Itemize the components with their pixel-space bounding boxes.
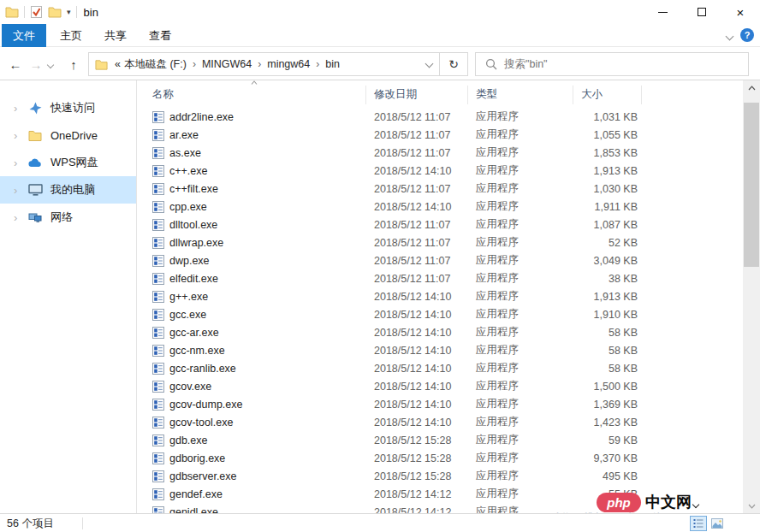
tab-share[interactable]: 共享: [94, 24, 137, 47]
breadcrumb-item-bin[interactable]: bin: [324, 58, 341, 70]
file-row[interactable]: c++filt.exe 2018/5/12 11:07 应用程序 1,030 K…: [137, 180, 743, 198]
file-date-modified: 2018/5/12 11:07: [366, 147, 468, 159]
file-size: 1,913 KB: [573, 291, 642, 303]
scrollbar-thumb[interactable]: [744, 103, 759, 267]
maximize-button[interactable]: [682, 0, 721, 24]
computer-icon: [27, 184, 43, 196]
file-date-modified: 2018/5/12 14:10: [366, 201, 468, 213]
file-type: 应用程序: [468, 271, 573, 286]
file-row[interactable]: dlltool.exe 2018/5/12 11:07 应用程序 1,087 K…: [137, 216, 743, 233]
file-name: gdbserver.exe: [169, 470, 237, 482]
breadcrumb-item-mingw64-upper[interactable]: MINGW64: [200, 58, 253, 70]
file-type: 应用程序: [468, 379, 573, 393]
thumbnails-view-button[interactable]: [710, 517, 725, 530]
file-row[interactable]: gcc.exe 2018/5/12 14:10 应用程序 1,910 KB: [137, 305, 743, 323]
file-name: gcov-tool.exe: [169, 417, 233, 429]
file-type: 应用程序: [468, 433, 573, 447]
new-folder-icon[interactable]: [48, 6, 62, 18]
file-row[interactable]: gdb.exe 2018/5/12 15:28 应用程序 59 KB: [137, 431, 743, 449]
tab-home[interactable]: 主页: [50, 24, 92, 47]
file-row[interactable]: as.exe 2018/5/12 11:07 应用程序 1,853 KB: [137, 144, 743, 162]
file-row[interactable]: cpp.exe 2018/5/12 14:10 应用程序 1,911 KB: [137, 198, 743, 216]
file-row[interactable]: gdborig.exe 2018/5/12 15:28 应用程序 9,370 K…: [137, 449, 743, 467]
tab-file[interactable]: 文件: [2, 24, 46, 47]
minimize-button[interactable]: [644, 0, 682, 24]
breadcrumb-item-mingw64-lower[interactable]: mingw64: [265, 58, 312, 70]
file-name-cell: gdbserver.exe: [137, 470, 366, 482]
ribbon-collapse-chevron-icon[interactable]: [726, 33, 734, 41]
file-size: 1,911 KB: [573, 201, 642, 213]
application-icon: [152, 129, 164, 141]
file-name: gdborig.exe: [169, 452, 225, 464]
expand-chevron-icon[interactable]: ›: [14, 157, 22, 168]
sidebar-item-wps-cloud[interactable]: › WPS网盘: [0, 149, 136, 176]
file-row[interactable]: ar.exe 2018/5/12 11:07 应用程序 1,055 KB: [137, 126, 743, 144]
file-row[interactable]: elfedit.exe 2018/5/12 11:07 应用程序 38 KB: [137, 269, 743, 287]
file-row[interactable]: addr2line.exe 2018/5/12 11:07 应用程序 1,031…: [137, 108, 743, 126]
forward-button[interactable]: →: [27, 53, 45, 75]
file-row[interactable]: c++.exe 2018/5/12 14:10 应用程序 1,913 KB: [137, 162, 743, 180]
file-type: 应用程序: [468, 343, 573, 358]
file-row[interactable]: gdbserver.exe 2018/5/12 15:28 应用程序 495 K…: [137, 467, 743, 485]
sidebar-item-label: WPS网盘: [50, 155, 98, 170]
file-row[interactable]: g++.exe 2018/5/12 14:10 应用程序 1,913 KB: [137, 287, 743, 305]
file-name-cell: gcov-tool.exe: [137, 417, 366, 429]
file-row[interactable]: gcc-ranlib.exe 2018/5/12 14:10 应用程序 58 K…: [137, 359, 743, 377]
scroll-up-button[interactable]: [743, 80, 760, 95]
sidebar-item-network[interactable]: › 网络: [0, 204, 136, 231]
file-row[interactable]: gcc-ar.exe 2018/5/12 14:10 应用程序 58 KB: [137, 323, 743, 341]
file-name-cell: genidl.exe: [137, 506, 366, 514]
column-header-size[interactable]: 大小: [573, 86, 642, 104]
help-button[interactable]: ?: [740, 28, 754, 42]
qat-customize-chevron-icon[interactable]: ▾: [67, 9, 71, 16]
file-size: 9,370 KB: [573, 452, 642, 464]
file-size: 1,423 KB: [573, 417, 642, 429]
file-row[interactable]: gcov.exe 2018/5/12 14:10 应用程序 1,500 KB: [137, 377, 743, 395]
expand-chevron-icon[interactable]: ›: [14, 130, 22, 141]
file-name-cell: gdborig.exe: [137, 452, 366, 464]
file-row[interactable]: dllwrap.exe 2018/5/12 11:07 应用程序 52 KB: [137, 233, 743, 251]
address-dropdown-chevron-icon[interactable]: [420, 53, 439, 75]
sidebar-item-this-pc[interactable]: › 我的电脑: [0, 176, 136, 204]
application-icon: [152, 165, 164, 177]
details-view-button[interactable]: [690, 516, 707, 531]
vertical-scrollbar[interactable]: [743, 80, 760, 513]
refresh-button[interactable]: ↻: [440, 53, 467, 75]
file-date-modified: 2018/5/12 14:10: [366, 309, 468, 321]
file-name: c++filt.exe: [169, 183, 218, 195]
file-name-cell: gcc-ar.exe: [137, 327, 366, 339]
file-row[interactable]: gcov-dump.exe 2018/5/12 14:10 应用程序 1,369…: [137, 395, 743, 413]
file-date-modified: 2018/5/12 14:10: [366, 381, 468, 393]
breadcrumb-overflow-chevron[interactable]: «: [113, 58, 122, 70]
file-row[interactable]: dwp.exe 2018/5/12 11:07 应用程序 3,049 KB: [137, 251, 743, 269]
scroll-down-button[interactable]: [743, 499, 760, 513]
properties-check-icon[interactable]: [30, 5, 43, 19]
column-header-name[interactable]: 名称: [137, 86, 366, 104]
file-name-cell: ar.exe: [137, 129, 366, 141]
file-row[interactable]: gcc-nm.exe 2018/5/12 14:10 应用程序 58 KB: [137, 341, 743, 359]
close-button[interactable]: ×: [721, 0, 760, 24]
expand-chevron-icon[interactable]: ›: [14, 212, 22, 223]
file-row[interactable]: gcov-tool.exe 2018/5/12 14:10 应用程序 1,423…: [137, 413, 743, 431]
recent-locations-chevron-icon[interactable]: [47, 62, 54, 68]
tab-view[interactable]: 查看: [139, 24, 181, 47]
sidebar-item-quick-access[interactable]: › 快速访问: [0, 94, 136, 121]
file-size: 58 KB: [573, 345, 642, 357]
search-box[interactable]: 搜索"bin": [475, 52, 749, 76]
address-bar[interactable]: « 本地磁盘 (F:) › MINGW64 › mingw64 › bin ↻: [88, 52, 468, 76]
breadcrumb-item-drive[interactable]: 本地磁盘 (F:): [122, 57, 188, 72]
sidebar-item-onedrive[interactable]: › OneDrive: [0, 121, 136, 149]
application-icon: [152, 381, 164, 393]
file-date-modified: 2018/5/12 14:12: [366, 506, 468, 514]
php-logo-text: 中文网: [645, 492, 692, 512]
column-header-date-modified[interactable]: 修改日期: [366, 86, 468, 104]
expand-chevron-icon[interactable]: ›: [14, 185, 22, 196]
file-name-cell: gdb.exe: [137, 434, 366, 446]
back-button[interactable]: ←: [5, 53, 26, 75]
up-button[interactable]: ↑: [63, 53, 84, 75]
file-name: gcc-ranlib.exe: [169, 363, 236, 375]
expand-chevron-icon[interactable]: ›: [14, 103, 22, 114]
window-title: bin: [84, 6, 98, 19]
file-name: dlltool.exe: [169, 219, 217, 231]
column-header-type[interactable]: 类型: [468, 86, 573, 104]
